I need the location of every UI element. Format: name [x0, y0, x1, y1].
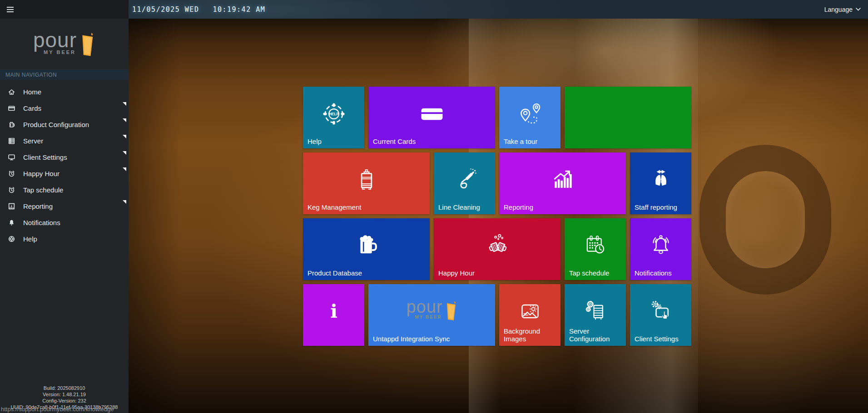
info-icon: i: [324, 297, 344, 326]
tile-product-database[interactable]: Product Database: [303, 218, 430, 280]
sidebar-item-server[interactable]: Server: [0, 133, 129, 149]
tile-keg-management[interactable]: Keg Management: [303, 152, 430, 214]
tile-take-a-tour[interactable]: Take a tour: [499, 87, 560, 148]
sidebar-item-label: Reporting: [23, 202, 53, 210]
tile-help[interactable]: HELP Help: [303, 87, 364, 148]
chevron-down-icon: [856, 8, 861, 11]
tile-label: Keg Management: [308, 203, 361, 211]
map-route-icon: [516, 100, 544, 128]
nav-section-header: MAIN NAVIGATION: [0, 69, 129, 80]
lifebuoy-help-icon: HELP: [321, 101, 347, 127]
tile-background-images[interactable]: Background Images: [499, 284, 560, 346]
tile-client-settings[interactable]: Client Settings: [630, 284, 691, 346]
home-icon: [8, 88, 15, 96]
brand-tagline: MY BEER: [415, 315, 441, 320]
sidebar-item-label: Server: [23, 137, 43, 145]
svg-text:i: i: [330, 300, 337, 322]
submenu-arrow-icon: [123, 200, 126, 204]
sidebar-item-label: Help: [23, 235, 37, 243]
tile-label: Server Configuration: [569, 327, 626, 343]
tile-label: Reporting: [504, 203, 533, 211]
chart-icon: [8, 202, 15, 210]
keg-icon: [353, 167, 380, 193]
version-number: Version: 1.48.21.19: [0, 391, 129, 398]
tile-untappd-integration-sync[interactable]: pour MY BEER Untappd Integration Sync: [368, 284, 495, 346]
pourmybeer-admin-app: 11/05/2025 WED10:19:42 AM Language pour …: [0, 0, 868, 413]
tile-server-configuration[interactable]: Server Configuration: [565, 284, 626, 346]
submenu-arrow-icon: [123, 135, 126, 138]
chart-growth-icon: [549, 166, 577, 193]
beer-glass-logo-icon: [78, 31, 95, 58]
tile-label: Happy Hour: [438, 269, 475, 277]
bell-icon: [8, 219, 15, 226]
menu-toggle-icon[interactable]: [7, 7, 14, 12]
tile-notifications[interactable]: Notifications: [630, 218, 691, 280]
sidebar-item-home[interactable]: Home: [0, 84, 129, 100]
sidebar-item-help[interactable]: Help: [0, 231, 129, 247]
tile-tap-schedule[interactable]: Tap schedule: [565, 218, 626, 280]
tile-label: Current Cards: [373, 138, 416, 145]
submenu-arrow-icon: [123, 102, 126, 106]
monitor-icon: [8, 153, 15, 161]
svg-text:HELP: HELP: [329, 112, 339, 116]
tile-label: Take a tour: [504, 138, 537, 145]
beer-mug-icon: [353, 232, 380, 259]
sidebar-item-label: Happy Hour: [23, 170, 60, 177]
life-ring-icon: [8, 235, 15, 243]
main-content: HELP Help Current Cards: [129, 19, 868, 413]
brand-tagline: MY BEER: [44, 49, 76, 55]
beer-glass-logo-icon: [444, 300, 457, 322]
server-gear-icon: [583, 298, 608, 324]
sidebar-item-product-configuration[interactable]: Product Configuration: [0, 116, 129, 133]
sidebar-item-tap-schedule[interactable]: Tap schedule: [0, 182, 129, 198]
background-mug-handle: [699, 145, 831, 295]
sidebar-item-notifications[interactable]: Notifications: [0, 214, 129, 231]
status-bar-link: https://support.pourmybeer.com/knowledge: [1, 406, 114, 413]
sidebar-item-happy-hour[interactable]: Happy Hour: [0, 165, 129, 182]
clock-time: 10:19:42 AM: [213, 5, 265, 14]
sidebar-item-client-settings[interactable]: Client Settings: [0, 149, 129, 165]
build-number: Build: 2025082910: [0, 385, 129, 391]
config-version: Config-Version: 232: [0, 398, 129, 404]
main-navigation: Home Cards Product Configuration Server …: [0, 80, 129, 247]
credit-card-icon: [417, 100, 447, 128]
sidebar-item-label: Client Settings: [23, 153, 67, 161]
brand-name: pour: [33, 30, 77, 50]
card-icon: [8, 104, 15, 112]
sidebar-item-cards[interactable]: Cards: [0, 100, 129, 116]
tile-happy-hour[interactable]: Happy Hour: [434, 218, 560, 280]
tile-label: Client Settings: [635, 335, 679, 343]
tile-label: Tap schedule: [569, 269, 609, 277]
sidebar-item-label: Product Configuration: [23, 121, 89, 128]
topbar: 11/05/2025 WED10:19:42 AM Language: [0, 0, 868, 19]
tile-label: Line Cleaning: [438, 203, 480, 211]
cheers-mugs-icon: [483, 231, 511, 260]
tile-grid: HELP Help Current Cards: [303, 87, 691, 346]
sidebar-item-reporting[interactable]: Reporting: [0, 198, 129, 214]
tile-green-blank[interactable]: [565, 87, 691, 148]
clock-date: 11/05/2025 WED: [132, 5, 199, 14]
submenu-arrow-icon: [123, 118, 126, 122]
bell-icon: [648, 232, 674, 259]
topbar-main: 11/05/2025 WED10:19:42 AM Language: [129, 0, 868, 19]
tile-staff-reporting[interactable]: Staff reporting: [630, 152, 691, 214]
sidebar-item-label: Home: [23, 88, 41, 96]
tile-info[interactable]: i: [303, 284, 364, 346]
topbar-sidebar-strip: [0, 0, 129, 19]
tile-label: Notifications: [635, 269, 672, 277]
language-dropdown[interactable]: Language: [824, 6, 861, 13]
alarm-clock-icon: [8, 170, 15, 177]
image-icon: [517, 299, 543, 324]
alarm-clock-icon: [8, 186, 15, 194]
tile-current-cards[interactable]: Current Cards: [368, 87, 495, 148]
sidebar-item-label: Notifications: [23, 219, 60, 226]
client-touch-icon: [648, 298, 674, 324]
tile-label: Background Images: [504, 327, 560, 343]
tile-label: Staff reporting: [635, 203, 677, 211]
sidebar: pour MY BEER MAIN NAVIGATION Home Cards: [0, 19, 129, 413]
tile-reporting[interactable]: Reporting: [499, 152, 626, 214]
tile-label: Product Database: [308, 269, 362, 277]
tile-line-cleaning[interactable]: Line Cleaning: [434, 152, 495, 214]
brand-name: pour: [406, 298, 442, 315]
pourmybeer-logo: pour MY BEER: [406, 298, 457, 322]
